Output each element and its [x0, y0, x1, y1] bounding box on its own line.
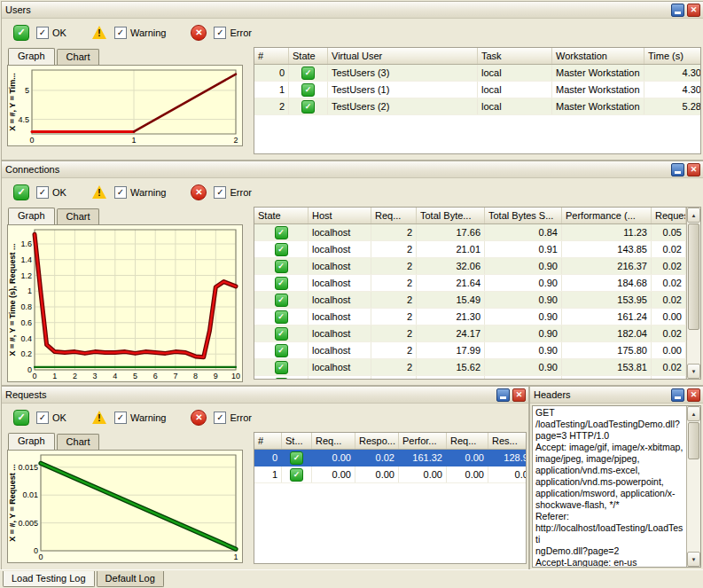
- table-row[interactable]: 0TestUsers (3)localMaster Workstation4.3…: [254, 65, 700, 82]
- table-cell: 25.20: [417, 376, 485, 380]
- column-header[interactable]: Host: [309, 208, 371, 224]
- requests-tab-graph[interactable]: Graph: [8, 433, 55, 450]
- scrollbar-thumb[interactable]: [688, 223, 699, 330]
- column-header[interactable]: State: [254, 208, 309, 224]
- svg-text:4: 4: [113, 372, 117, 380]
- table-cell: 0.90: [485, 342, 562, 359]
- http-request-headers[interactable]: GET /loadTesting/LoadTestingDemo.dll? pa…: [533, 406, 686, 567]
- minimize-button[interactable]: [496, 388, 510, 402]
- headers-scrollbar[interactable]: [686, 406, 700, 567]
- requests-panel: Requests OK Warning Error Graph Chart: [1, 386, 529, 570]
- headers-body: GET /loadTesting/LoadTestingDemo.dll? pa…: [530, 404, 703, 569]
- column-header[interactable]: Res...: [488, 433, 527, 450]
- table-row[interactable]: localhost215.490.90153.950.02: [254, 292, 686, 309]
- error-checkbox[interactable]: [214, 186, 226, 199]
- scroll-down-button[interactable]: [687, 552, 700, 567]
- warning-checkbox[interactable]: [114, 27, 127, 39]
- table-row[interactable]: localhost225.200.9024.100.02: [254, 376, 686, 380]
- table-row[interactable]: 10.000.000.000.000.006: [254, 466, 526, 483]
- column-header[interactable]: State: [289, 48, 328, 65]
- ok-state-icon: [275, 310, 288, 324]
- table-row[interactable]: localhost224.170.90182.040.02: [254, 325, 686, 342]
- column-header[interactable]: Workstation: [552, 48, 644, 65]
- tab-load-testing-log[interactable]: Load Testing Log: [3, 571, 95, 587]
- connections-tab-graph[interactable]: Graph: [8, 208, 55, 224]
- table-row[interactable]: 00.000.02161.320.00128.915: [254, 450, 526, 466]
- connections-tab-chart[interactable]: Chart: [57, 208, 100, 224]
- ok-icon: [13, 184, 29, 200]
- ok-checkbox[interactable]: [36, 412, 49, 424]
- requests-tab-chart[interactable]: Chart: [57, 434, 100, 450]
- table-cell: 0.91: [485, 241, 562, 258]
- warning-checkbox[interactable]: [114, 186, 127, 199]
- column-header[interactable]: #: [254, 433, 282, 450]
- panel-title: Requests: [5, 389, 494, 400]
- ok-checkbox[interactable]: [36, 27, 49, 39]
- column-header[interactable]: Virtual User: [328, 48, 478, 65]
- table-row[interactable]: localhost221.010.91143.850.02: [254, 241, 686, 258]
- column-header[interactable]: #: [254, 48, 289, 65]
- scroll-up-button[interactable]: [687, 406, 700, 421]
- table-row[interactable]: localhost217.990.90175.800.00: [254, 342, 686, 359]
- headers-box: GET /loadTesting/LoadTestingDemo.dll? pa…: [532, 405, 701, 568]
- error-checkbox[interactable]: [214, 412, 226, 424]
- users-table-view: #StateVirtual UserTaskWorkstationTime (s…: [254, 48, 700, 153]
- column-header[interactable]: Request Execu...: [652, 208, 686, 224]
- users-graph: 4.55012X = #, Y = Tim...: [7, 65, 243, 146]
- scrollbar-thumb[interactable]: [688, 422, 699, 459]
- minimize-button[interactable]: [671, 4, 684, 17]
- column-header[interactable]: Total Bytes S...: [485, 208, 562, 224]
- close-button[interactable]: [687, 388, 700, 402]
- table-cell: 24.10: [562, 376, 652, 380]
- column-header[interactable]: Total Byte...: [417, 208, 485, 224]
- svg-text:1: 1: [27, 286, 32, 295]
- tab-default-log[interactable]: Default Log: [97, 571, 164, 587]
- table-row[interactable]: localhost217.660.8411.230.05: [254, 224, 686, 241]
- minimize-button[interactable]: [671, 388, 684, 402]
- svg-text:7: 7: [173, 372, 177, 380]
- column-header[interactable]: St...: [282, 433, 312, 450]
- users-tab-graph[interactable]: Graph: [8, 48, 55, 65]
- table-cell: 216.37: [562, 258, 652, 275]
- close-button[interactable]: [687, 4, 700, 17]
- minimize-button[interactable]: [671, 163, 684, 176]
- column-header[interactable]: Req...: [371, 208, 417, 224]
- scrollbar-track[interactable]: [687, 223, 700, 364]
- users-panel: Users OK Warning Error Graph Chart 4.5: [1, 1, 703, 161]
- table-cell: 153.81: [562, 359, 652, 376]
- error-checkbox[interactable]: [214, 27, 226, 39]
- svg-text:1: 1: [233, 553, 238, 561]
- column-header[interactable]: Perfor...: [399, 433, 447, 450]
- scroll-down-button[interactable]: [687, 364, 700, 379]
- scrollbar-track[interactable]: [687, 421, 700, 552]
- column-header[interactable]: Req...: [312, 433, 355, 450]
- connections-scrollbar[interactable]: [686, 208, 700, 379]
- column-header[interactable]: Req...: [447, 433, 488, 450]
- column-header[interactable]: Task: [478, 48, 552, 65]
- table-cell: 0.02: [355, 450, 399, 466]
- column-header[interactable]: Time (s): [644, 48, 701, 65]
- table-row[interactable]: 2TestUsers (2)localMaster Workstation5.2…: [254, 98, 700, 115]
- scroll-up-button[interactable]: [687, 208, 700, 223]
- table-cell: 15.62: [417, 359, 485, 376]
- svg-text:8: 8: [193, 372, 198, 380]
- column-header[interactable]: Performance (...: [562, 208, 652, 224]
- ok-checkbox[interactable]: [36, 186, 49, 199]
- svg-text:1: 1: [52, 372, 57, 380]
- table-cell: 0.00: [312, 450, 355, 466]
- error-checkbox-label: Error: [230, 187, 251, 198]
- table-row[interactable]: localhost221.300.90161.240.00: [254, 309, 686, 325]
- close-button[interactable]: [512, 388, 526, 402]
- column-header[interactable]: Respo...: [355, 433, 399, 450]
- close-button[interactable]: [687, 163, 700, 176]
- table-cell: 2: [371, 309, 417, 325]
- table-cell: 0.90: [485, 309, 562, 325]
- users-tab-chart[interactable]: Chart: [57, 49, 100, 65]
- warning-checkbox[interactable]: [114, 412, 127, 424]
- table-cell: 0.00: [355, 466, 399, 483]
- table-row[interactable]: localhost215.620.90153.810.02: [254, 359, 686, 376]
- table-cell: 161.32: [399, 450, 447, 466]
- table-row[interactable]: 1TestUsers (1)localMaster Workstation4.3…: [254, 82, 700, 98]
- table-row[interactable]: localhost232.060.90216.370.02: [254, 258, 686, 275]
- table-row[interactable]: localhost221.640.90184.680.02: [254, 275, 686, 292]
